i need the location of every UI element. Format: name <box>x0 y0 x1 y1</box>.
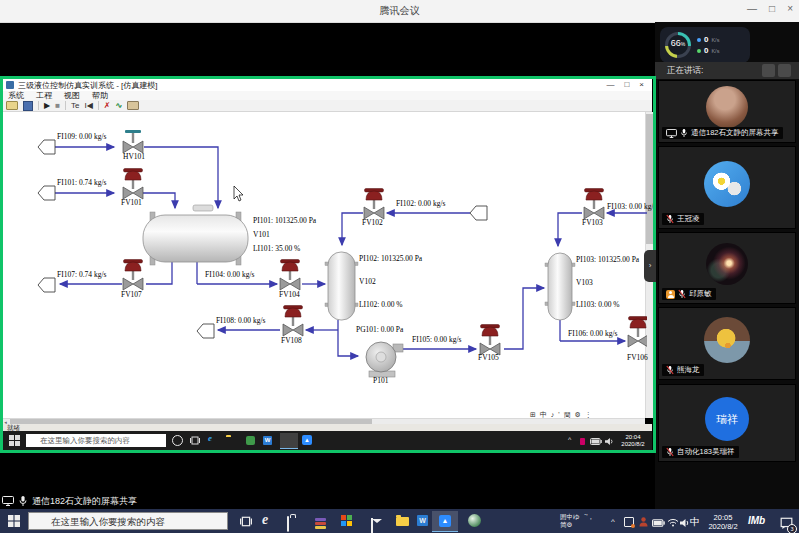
speaker-thumbnail <box>778 64 791 77</box>
inner-time: 20:04 <box>616 434 650 441</box>
pump-p101[interactable] <box>366 342 403 377</box>
edge-icon[interactable]: e <box>208 433 212 443</box>
avatar: 瑞祥 <box>705 397 749 441</box>
trend-icon[interactable]: ∿ <box>116 101 123 111</box>
app-grid-icon[interactable] <box>341 515 352 526</box>
task-view-icon[interactable] <box>190 436 200 445</box>
stream-flag-fi108[interactable] <box>197 324 214 338</box>
valve-fv102[interactable] <box>364 189 384 220</box>
stream-flag-fi107[interactable] <box>38 278 55 292</box>
globe-app-icon[interactable] <box>468 514 481 527</box>
label-fi102: FI102: 0.00 kg/s <box>396 199 445 208</box>
valve-fv108[interactable] <box>283 306 303 337</box>
open-icon[interactable] <box>6 101 18 110</box>
wifi-icon[interactable] <box>667 518 679 527</box>
tank-v103[interactable] <box>545 253 575 320</box>
battery-icon[interactable] <box>590 438 602 445</box>
task-view-icon[interactable] <box>240 516 252 527</box>
te-tool-icon[interactable]: Te <box>71 101 79 111</box>
valve-fv106[interactable] <box>628 317 647 348</box>
skip-start-icon[interactable]: I◀ <box>84 101 92 111</box>
inner-search-input[interactable]: 在这里输入你要搜索的内容 <box>26 434 166 447</box>
valve-fv103[interactable] <box>584 189 604 220</box>
screen: 腾讯会议 — □ × 三级液位控制仿真实训系统 - [仿真建模] — □ × 系… <box>0 0 799 533</box>
video-tile[interactable]: 瑞祥 自动化183吴瑞祥 <box>658 384 796 462</box>
save-icon[interactable] <box>23 101 33 111</box>
valve-fv104[interactable] <box>280 260 300 291</box>
maximize-button[interactable]: □ <box>769 3 775 14</box>
close-button[interactable]: × <box>787 3 793 14</box>
file-explorer-icon[interactable] <box>396 517 409 526</box>
valve-fv107[interactable] <box>123 260 143 291</box>
battery-icon[interactable] <box>652 519 665 527</box>
stream-flag-fi109[interactable] <box>38 140 55 154</box>
screen-share-icon <box>666 129 677 138</box>
toolbar-separator <box>38 101 39 110</box>
valve-fv105[interactable] <box>480 325 500 356</box>
video-tile[interactable]: 王冠凌 <box>658 146 796 229</box>
meeting-app-icon[interactable]: ▲ <box>302 435 312 445</box>
inner-ime-bar[interactable]: ⊞ 中 ♪ ' 簡 ⚙ ⋮ <box>530 410 593 420</box>
project-folder-icon[interactable] <box>127 101 139 110</box>
volume-icon[interactable] <box>604 437 615 446</box>
sidebar-collapse-handle[interactable]: › <box>644 250 656 282</box>
meeting-app-active[interactable]: ▲ <box>432 511 458 532</box>
app-icon-green[interactable] <box>246 436 255 445</box>
stream-flag-fi102[interactable] <box>470 206 487 220</box>
label-v101: V101 <box>253 230 270 239</box>
notification-icon[interactable]: 3 <box>780 518 793 532</box>
tray-person-icon[interactable] <box>639 517 648 527</box>
cortana-icon[interactable] <box>172 435 183 446</box>
cpu-gauge: 66% <box>665 32 691 58</box>
vertical-scroll-thumb[interactable] <box>646 114 653 244</box>
mic-icon <box>18 495 28 507</box>
host-badge-icon <box>666 290 675 299</box>
download-speed: 0 <box>704 46 708 55</box>
host-search-input[interactable]: 在这里输入你要搜索的内容 <box>28 512 228 530</box>
tray-expand-icon[interactable]: ^ <box>568 436 571 443</box>
host-clock[interactable]: 20:05 2020/8/2 <box>703 513 743 531</box>
app-icon-blue[interactable]: W <box>417 515 428 526</box>
start-icon[interactable] <box>8 515 20 527</box>
stream-flag-fi101[interactable] <box>38 186 55 200</box>
ime-line-1: 囲中ゆ゜'， <box>560 513 594 521</box>
label-li102: LI102: 0.00 % <box>359 300 403 309</box>
label-pi101: PI101: 101325.00 Pa <box>253 216 316 225</box>
host-time: 20:05 <box>703 513 743 522</box>
performance-overlay[interactable]: 66% 0 K/s 0 K/s <box>660 27 750 63</box>
scada-close-button[interactable]: × <box>639 80 644 89</box>
ime-toolbar[interactable]: 囲中ゆ゜'， 简⚙ <box>560 513 594 530</box>
scada-restore-button[interactable]: □ <box>624 80 629 89</box>
tank-v101[interactable] <box>143 205 248 265</box>
active-app-icon[interactable] <box>280 433 298 449</box>
valve-fv101[interactable] <box>123 169 143 200</box>
stop-icon[interactable]: ■ <box>55 101 60 111</box>
mail-icon[interactable] <box>371 518 373 533</box>
tray-expand-icon[interactable]: ^ <box>611 517 615 526</box>
minimize-button[interactable]: — <box>747 3 757 14</box>
valve-hv101[interactable] <box>123 130 143 153</box>
tank-v102[interactable] <box>325 252 358 320</box>
language-indicator[interactable]: 中 <box>690 515 700 529</box>
mic-muted-icon <box>666 214 674 224</box>
label-fv106: FV106 <box>627 353 648 362</box>
edge-icon[interactable]: e <box>262 512 268 528</box>
run-icon[interactable]: ▶ <box>44 101 50 111</box>
inner-clock[interactable]: 20:04 2020/8/2 <box>616 434 650 448</box>
scada-minimize-button[interactable]: — <box>606 80 614 89</box>
video-tile-sharer[interactable]: 通信182石文静的屏幕共享 <box>658 80 796 143</box>
start-icon[interactable] <box>9 435 20 446</box>
store-icon[interactable] <box>287 516 289 532</box>
ink-workspace-icon[interactable]: IMb <box>748 515 765 526</box>
video-tile[interactable]: 熊海龙 <box>658 307 796 380</box>
video-tile[interactable]: 邱原敏 <box>658 232 796 304</box>
cut-icon[interactable]: ✗ <box>104 101 111 111</box>
label-fv104: FV104 <box>279 290 300 299</box>
label-fi103: FI103: 0.00 kg/s <box>607 202 656 211</box>
tray-capture-icon[interactable] <box>624 517 634 527</box>
app-icon-blue[interactable]: W <box>263 436 272 445</box>
tray-app-icon[interactable] <box>580 438 585 445</box>
avatar <box>706 86 748 128</box>
label-pg101: PG101: 0.00 Pa <box>356 325 403 334</box>
label-pi102: PI102: 101325.00 Pa <box>359 254 422 263</box>
